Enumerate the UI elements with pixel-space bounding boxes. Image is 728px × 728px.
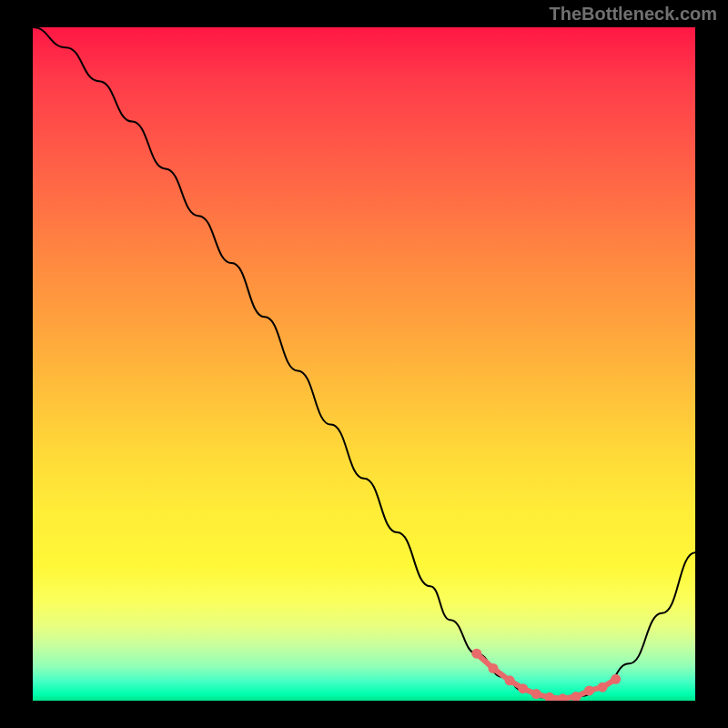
- marker-dot: [558, 693, 568, 701]
- marker-dot: [531, 689, 541, 699]
- marker-dot: [611, 674, 621, 684]
- marker-dot: [544, 693, 554, 701]
- marker-dot: [584, 685, 594, 695]
- marker-points: [471, 649, 621, 701]
- chart-svg: [33, 27, 695, 701]
- marker-dot: [518, 683, 528, 693]
- watermark-text: TheBottleneck.com: [550, 4, 717, 25]
- marker-dot: [505, 675, 515, 685]
- marker-dot: [488, 663, 498, 673]
- bottleneck-curve: [33, 27, 695, 699]
- marker-dot: [598, 682, 608, 693]
- chart-plot-area: [33, 27, 695, 701]
- marker-dot: [471, 649, 481, 659]
